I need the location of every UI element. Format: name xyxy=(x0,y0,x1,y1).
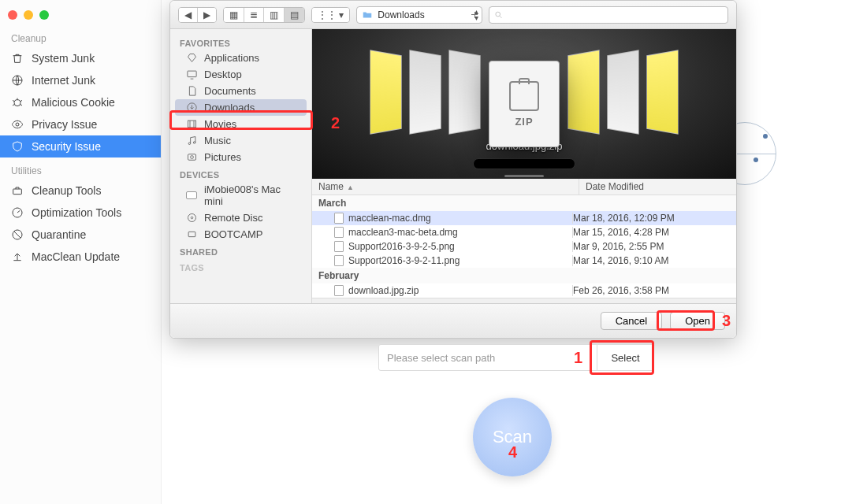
dev-macmini[interactable]: iMobie008's Mac mini xyxy=(170,181,311,209)
sidebar-item-security-issue[interactable]: Security Issue xyxy=(0,135,161,158)
sidebar-item-label: Privacy Issue xyxy=(32,118,97,131)
search-icon xyxy=(494,10,503,20)
coverflow-thumb[interactable] xyxy=(567,50,599,135)
svg-point-10 xyxy=(188,143,191,145)
sidebar-item-macclean-update[interactable]: MacClean Update xyxy=(0,246,161,268)
view-icons-button[interactable]: ▦ xyxy=(224,8,244,22)
sidebar-item-quarantine[interactable]: Quarantine xyxy=(0,224,161,246)
zip-label: ZIP xyxy=(515,116,533,128)
search-field-wrap[interactable] xyxy=(489,6,728,24)
dialog-footer: Cancel Open xyxy=(170,303,736,338)
nav-back-button[interactable]: ◀ xyxy=(179,8,197,22)
dev-bootcamp[interactable]: BOOTCAMP xyxy=(170,226,311,243)
sidebar-item-malicious-cookie[interactable]: Malicious Cookie xyxy=(0,91,161,113)
col-name[interactable]: Name▲ xyxy=(312,179,579,195)
sidebar-item-internet-junk[interactable]: Internet Junk xyxy=(0,69,161,91)
sidebar-item-label: Applications xyxy=(204,52,259,64)
coverflow-center[interactable]: ZIP xyxy=(489,61,560,147)
file-icon xyxy=(334,241,344,252)
coverflow-slider[interactable] xyxy=(473,158,575,169)
window-traffic-lights xyxy=(0,5,161,25)
open-button[interactable]: Open xyxy=(670,312,725,330)
fav-pictures[interactable]: Pictures xyxy=(170,149,311,165)
scan-button[interactable]: Scan xyxy=(473,398,552,476)
minimize-window-icon[interactable] xyxy=(24,10,33,20)
cancel-button[interactable]: Cancel xyxy=(601,312,662,330)
sidebar-item-optimization-tools[interactable]: Optimization Tools xyxy=(0,202,161,224)
sidebar-item-label: Malicious Cookie xyxy=(32,96,115,109)
file-row[interactable]: download.jpg.zipFeb 26, 2016, 3:58 PM xyxy=(312,284,736,298)
view-list-button[interactable]: ≣ xyxy=(244,8,263,22)
file-list-header[interactable]: Name▲ Date Modified xyxy=(312,179,736,195)
file-row[interactable]: macclean-mac.dmgMar 18, 2016, 12:09 PM xyxy=(312,211,736,225)
fav-music[interactable]: Music xyxy=(170,132,311,149)
sidebar-item-label: BOOTCAMP xyxy=(204,228,262,240)
scan-label: Scan xyxy=(493,427,532,447)
search-input[interactable] xyxy=(507,9,723,21)
sidebar-item-label: Internet Junk xyxy=(32,74,95,87)
close-window-icon[interactable] xyxy=(8,10,17,20)
sidebar-item-label: Desktop xyxy=(204,69,242,80)
file-name: Support2016-3-9-2-11.png xyxy=(348,255,460,266)
svg-point-6 xyxy=(496,12,500,17)
coverflow-thumb[interactable] xyxy=(646,50,678,135)
coverflow-thumb[interactable] xyxy=(448,50,480,135)
sidebar-item-label: Quarantine xyxy=(32,228,86,241)
fav-documents[interactable]: Documents xyxy=(170,83,311,99)
zoom-window-icon[interactable] xyxy=(39,10,49,20)
sidebar-item-cleanup-tools[interactable]: Cleanup Tools xyxy=(0,180,161,202)
file-date: Mar 15, 2016, 4:28 PM xyxy=(572,227,730,238)
sidebar-item-label: Cleanup Tools xyxy=(32,184,101,197)
dev-remote-disc[interactable]: Remote Disc xyxy=(170,209,311,226)
scan-path-placeholder: Please select scan path xyxy=(379,352,597,364)
col-date[interactable]: Date Modified xyxy=(579,179,736,195)
sidebar-item-privacy-issue[interactable]: Privacy Issue xyxy=(0,113,161,135)
documents-icon xyxy=(186,85,198,97)
music-icon xyxy=(186,135,198,146)
dialog-main: ZIP download.jpg.zip Name▲ Date Modified… xyxy=(312,29,736,303)
sidebar-item-label: Security Issue xyxy=(32,140,101,153)
file-row[interactable]: Support2016-3-9-2-5.pngMar 9, 2016, 2:55… xyxy=(312,239,736,254)
sidebar-section-cleanup: Cleanup xyxy=(0,25,161,47)
coverflow-thumb[interactable] xyxy=(370,50,401,135)
fav-movies[interactable]: Movies xyxy=(170,116,311,132)
sidebar-item-label: MacClean Update xyxy=(32,250,120,263)
fav-downloads[interactable]: Downloads xyxy=(175,99,307,116)
coverflow-thumb[interactable] xyxy=(409,50,441,135)
shield-icon xyxy=(11,140,24,153)
group-march: March xyxy=(312,195,736,211)
globe-icon xyxy=(11,74,24,87)
svg-rect-12 xyxy=(188,154,196,161)
bug-icon xyxy=(11,96,24,109)
view-mode-segment[interactable]: ▦ ≣ ▥ ▤ xyxy=(223,7,305,23)
movies-icon xyxy=(186,118,198,130)
file-row[interactable]: macclean3-mac-beta.dmgMar 15, 2016, 4:28… xyxy=(312,225,736,239)
nav-forward-button[interactable]: ▶ xyxy=(197,8,216,22)
updown-icon: ▴▾ xyxy=(474,9,478,21)
computer-icon xyxy=(186,190,198,202)
view-columns-button[interactable]: ▥ xyxy=(263,8,284,22)
fav-applications[interactable]: Applications xyxy=(170,50,311,66)
nav-back-forward[interactable]: ◀ ▶ xyxy=(178,7,217,23)
file-row[interactable]: Support2016-3-9-2-11.pngMar 14, 2016, 9:… xyxy=(312,254,736,268)
select-button[interactable]: Select xyxy=(597,345,653,370)
coverflow-thumb[interactable] xyxy=(607,50,638,135)
dialog-sidebar: FAVORITES Applications Desktop Documents… xyxy=(170,29,312,303)
fav-desktop[interactable]: Desktop xyxy=(170,66,311,83)
horizontal-scrollbar[interactable] xyxy=(312,298,736,303)
dialog-toolbar: ◀ ▶ ▦ ≣ ▥ ▤ ⋮⋮ ▾ Downloads ▴▾ xyxy=(170,1,736,29)
trash-icon xyxy=(11,52,24,65)
resize-handle-icon[interactable] xyxy=(504,175,544,177)
sidebar-item-label: Documents xyxy=(204,85,256,97)
arrange-button[interactable]: ⋮⋮ ▾ xyxy=(312,8,349,22)
coverflow-view[interactable]: ZIP download.jpg.zip xyxy=(312,29,736,179)
view-coverflow-button[interactable]: ▤ xyxy=(284,8,304,22)
sidebar-item-system-junk[interactable]: System Junk xyxy=(0,47,161,69)
path-popup[interactable]: Downloads ▴▾ xyxy=(356,6,482,24)
arrange-segment[interactable]: ⋮⋮ ▾ xyxy=(311,7,350,23)
open-file-dialog: ◀ ▶ ▦ ≣ ▥ ▤ ⋮⋮ ▾ Downloads ▴▾ FAVORITES … xyxy=(169,0,737,339)
file-name: Support2016-3-9-2-5.png xyxy=(348,241,455,252)
file-date: Mar 18, 2016, 12:09 PM xyxy=(572,213,730,224)
tags-header: TAGS xyxy=(170,258,311,274)
no-entry-icon xyxy=(11,228,24,241)
